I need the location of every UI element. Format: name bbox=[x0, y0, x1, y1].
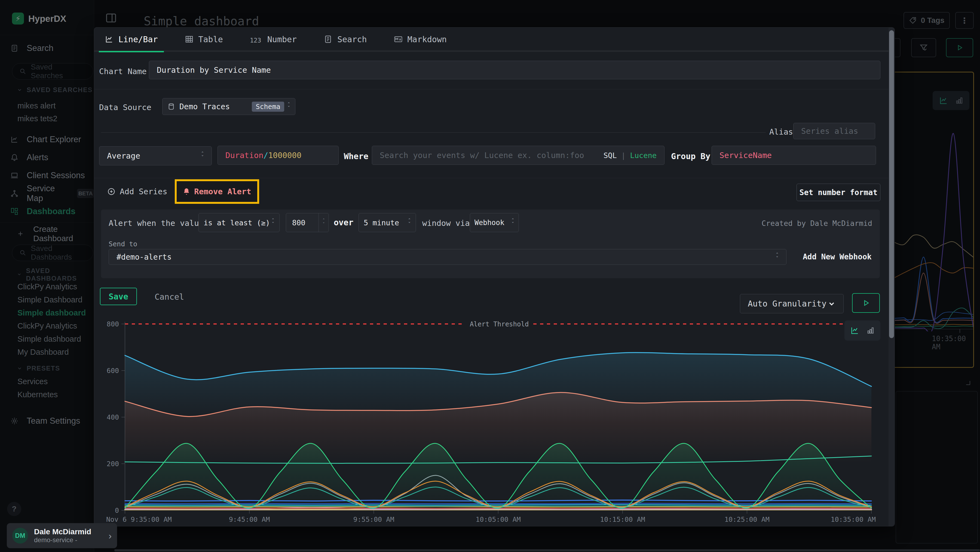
svg-text:10:05:00 AM: 10:05:00 AM bbox=[476, 515, 521, 523]
add-new-webhook-link[interactable]: Add New Webhook bbox=[803, 252, 872, 261]
data-source-select[interactable]: Demo Traces Schema ˆˇ bbox=[162, 98, 295, 115]
svg-text:400: 400 bbox=[107, 413, 119, 421]
user-profile-card[interactable]: DM Dale McDiarmid demo-service - › bbox=[7, 523, 117, 548]
document-icon bbox=[324, 35, 332, 44]
sql-mode[interactable]: SQL bbox=[603, 151, 617, 160]
group-by-value: ServiceName bbox=[719, 151, 772, 160]
alert-prefix: Alert when the value bbox=[109, 219, 204, 228]
data-source-label: Data Source bbox=[99, 103, 151, 112]
tab-line-bar[interactable]: Line/Bar bbox=[99, 27, 164, 52]
alias-label: Alias bbox=[769, 127, 793, 137]
alert-via-label: window via bbox=[422, 219, 470, 228]
granularity-select[interactable]: Auto Granularity bbox=[740, 294, 844, 313]
bar-chart-icon[interactable] bbox=[867, 326, 875, 335]
tab-search[interactable]: Search bbox=[318, 27, 373, 51]
user-subtitle: demo-service - bbox=[34, 536, 91, 544]
query-mode-toggle[interactable]: SQL | Lucene bbox=[603, 151, 657, 160]
number-icon: 123 bbox=[250, 35, 262, 44]
svg-text:800: 800 bbox=[107, 320, 119, 328]
field-name: Duration bbox=[225, 151, 264, 160]
save-button[interactable]: Save bbox=[100, 288, 137, 305]
aggregation-value: Average bbox=[107, 151, 140, 161]
data-source-value: Demo Traces bbox=[180, 102, 230, 111]
tab-markdown[interactable]: Markdown bbox=[388, 27, 453, 51]
alert-condition-select[interactable]: is at least (≥) ˆˇ bbox=[199, 213, 280, 232]
alert-over-label: over bbox=[334, 218, 353, 227]
remove-alert-button-highlight[interactable]: Remove Alert bbox=[175, 179, 259, 204]
select-carets-icon: ˆˇ bbox=[201, 152, 204, 160]
svg-text:10:25:00 AM: 10:25:00 AM bbox=[724, 515, 770, 523]
where-label: Where bbox=[344, 152, 368, 161]
aggregation-select[interactable]: Average ˆˇ bbox=[99, 146, 212, 165]
group-by-label: Group By bbox=[671, 152, 711, 161]
where-search-input[interactable]: Search your events w/ Lucene ex. column:… bbox=[372, 146, 665, 165]
line-chart-icon bbox=[105, 35, 113, 44]
alert-window-select[interactable]: 5 minute ˆˇ bbox=[358, 213, 416, 232]
svg-text:123: 123 bbox=[250, 37, 261, 44]
svg-text:Nov 6 9:35:00 AM: Nov 6 9:35:00 AM bbox=[106, 515, 172, 523]
lucene-mode[interactable]: Lucene bbox=[630, 151, 657, 160]
divider bbox=[101, 132, 766, 133]
field-expression-input[interactable]: Duration/1000000 bbox=[218, 146, 339, 165]
user-name: Dale McDiarmid bbox=[34, 528, 91, 536]
svg-text:9:55:00 AM: 9:55:00 AM bbox=[353, 515, 395, 523]
cancel-button[interactable]: Cancel bbox=[154, 292, 184, 302]
scrollbar-track[interactable] bbox=[889, 27, 894, 526]
alert-created-by: Created by Dale McDiarmid bbox=[762, 219, 872, 228]
select-carets-icon: ˆˇ bbox=[512, 219, 514, 226]
svg-text:600: 600 bbox=[107, 367, 119, 375]
svg-text:0: 0 bbox=[115, 506, 119, 514]
run-chart-button[interactable] bbox=[852, 293, 880, 313]
alias-placeholder: Series alias bbox=[801, 126, 858, 136]
chevron-down-icon bbox=[827, 300, 836, 308]
alert-settings-panel: Alert when the value is at least (≥) ˆˇ … bbox=[101, 209, 880, 278]
database-icon bbox=[167, 103, 175, 110]
chart-name-label: Chart Name bbox=[99, 67, 147, 76]
edit-chart-modal: Line/BarTable123NumberSearchMarkdown Cha… bbox=[94, 27, 895, 526]
remove-alert-label: Remove Alert bbox=[194, 187, 251, 196]
divider bbox=[94, 178, 889, 178]
group-by-input[interactable]: ServiceName bbox=[711, 146, 876, 165]
alert-threshold-input[interactable]: 800 ˆˇ bbox=[286, 213, 329, 232]
set-number-format-button[interactable]: Set number format bbox=[797, 183, 880, 201]
alert-channel-select[interactable]: Webhook ˆˇ bbox=[470, 213, 519, 232]
svg-text:10:15:00 AM: 10:15:00 AM bbox=[600, 515, 645, 523]
svg-text:10:35:00 AM: 10:35:00 AM bbox=[830, 515, 876, 523]
tab-table[interactable]: Table bbox=[179, 27, 229, 51]
chart-name-input[interactable]: Duration by Service Name bbox=[149, 61, 880, 79]
table-icon bbox=[185, 35, 194, 44]
markdown-icon bbox=[394, 35, 402, 44]
tab-number[interactable]: 123Number bbox=[244, 27, 303, 51]
alias-input[interactable]: Series alias bbox=[793, 123, 875, 139]
add-series-button[interactable]: Add Series bbox=[107, 186, 167, 197]
chart-name-value: Duration by Service Name bbox=[157, 65, 271, 75]
svg-text:Alert Threshold: Alert Threshold bbox=[470, 321, 529, 328]
divider bbox=[94, 89, 889, 89]
where-placeholder: Search your events w/ Lucene ex. column:… bbox=[380, 151, 584, 160]
schema-badge: Schema bbox=[252, 102, 284, 112]
svg-text:200: 200 bbox=[107, 460, 119, 468]
select-carets-icon: ˆˇ bbox=[776, 254, 778, 260]
avatar: DM bbox=[12, 528, 28, 544]
select-carets-icon: ˆˇ bbox=[288, 103, 290, 110]
preview-chart: 0200400600800Nov 6 9:35:00 AM9:45:00 AM9… bbox=[101, 316, 888, 525]
svg-text:9:45:00 AM: 9:45:00 AM bbox=[229, 515, 270, 523]
send-to-label: Send to bbox=[109, 240, 137, 248]
line-chart-icon[interactable] bbox=[850, 326, 859, 335]
select-carets-icon: ˆˇ bbox=[272, 219, 274, 226]
plus-circle-icon bbox=[107, 187, 115, 196]
chevron-right-icon: › bbox=[109, 530, 111, 541]
number-stepper[interactable]: ˆˇ bbox=[318, 213, 329, 232]
send-to-select[interactable]: #demo-alerts ˆˇ bbox=[109, 249, 786, 265]
select-carets-icon: ˆˇ bbox=[408, 219, 411, 226]
chart-type-toggle[interactable] bbox=[845, 321, 880, 341]
scrollbar-thumb[interactable] bbox=[889, 30, 894, 338]
bell-icon bbox=[183, 188, 190, 195]
chart-type-tabs: Line/BarTable123NumberSearchMarkdown bbox=[99, 27, 468, 52]
play-icon bbox=[862, 299, 870, 307]
